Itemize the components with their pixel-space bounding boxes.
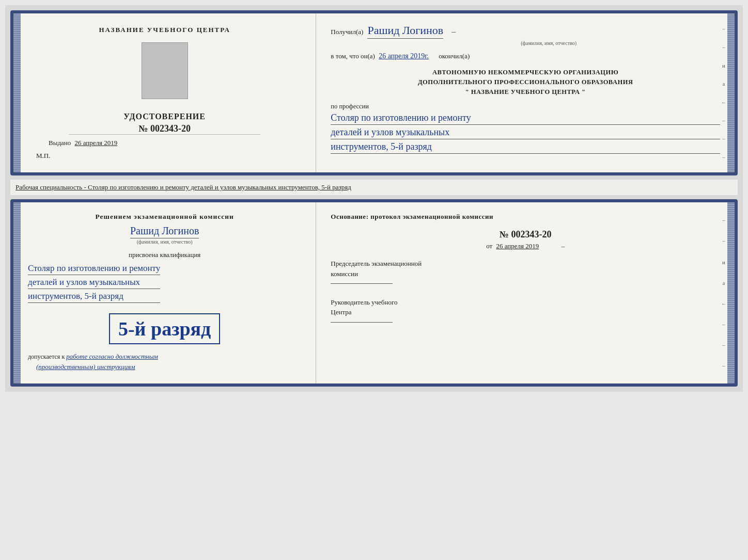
osnov-label: Основание: протокол экзаменационной коми…: [331, 213, 720, 221]
card2-right-panel: Основание: протокол экзаменационной коми…: [316, 202, 735, 383]
issued-line: Выдано 26 апреля 2019: [49, 139, 117, 147]
card1-right-panel: Получил(а) Рашид Логинов – (фамилия, имя…: [316, 13, 735, 172]
specialty-text-main: Рабочая специальность - Столяр по изгото…: [15, 183, 351, 191]
edge2-mark-1: –: [722, 217, 725, 223]
допускается-block: допускается к работе согласно должностны…: [28, 353, 158, 361]
cert-number-label: № 002343-20: [123, 123, 206, 134]
date-value: 26 апреля 2019г.: [379, 52, 429, 60]
photo-placeholder: [142, 42, 188, 99]
edge2-mark-8: –: [722, 363, 725, 369]
cert-type-block: УДОСТОВЕРЕНИЕ № 002343-20: [123, 104, 206, 134]
divider1: [69, 134, 260, 135]
edge-mark-6: –: [722, 118, 725, 123]
card2-name: Рашид Логинов: [130, 225, 199, 238]
chairman-block: Председатель экзаменационной комиссии: [331, 259, 720, 289]
edge-mark-8: –: [722, 154, 725, 160]
руководитель-block: Руководитель учебного Центра: [331, 297, 720, 328]
card2-prof-line1: Столяр по изготовлению и ремонту: [28, 263, 160, 275]
card2-left-panel: Решением экзаменационной комиссии Рашид …: [13, 202, 316, 383]
допускается-text: работе согласно должностным: [66, 353, 158, 360]
big-rank-text: 5-й разряд: [109, 313, 220, 344]
card2-prof-line3: инструментов, 5-й разряд: [28, 291, 160, 303]
from-date-line: от 26 апреля 2019 –: [331, 242, 720, 250]
right-edge-marks: – – и а ← – – –: [721, 13, 726, 172]
protocol-number: № 002343-20: [331, 229, 720, 240]
руководитель-label2: Центра: [331, 307, 720, 317]
card2-profession-block: Столяр по изготовлению и ремонту деталей…: [28, 263, 160, 305]
cert-type-label: УДОСТОВЕРЕНИЕ: [123, 112, 206, 121]
edge-mark-4: а: [723, 81, 725, 87]
org-block: АВТОНОМНУЮ НЕКОММЕРЧЕСКУЮ ОРГАНИЗАЦИЮ ДО…: [331, 68, 720, 97]
profession-line3: инструментов, 5-й разряд: [331, 141, 720, 154]
chairman-label: Председатель экзаменационной: [331, 259, 720, 269]
top-document-card: НАЗВАНИЕ УЧЕБНОГО ЦЕНТРА УДОСТОВЕРЕНИЕ №…: [10, 10, 738, 175]
bottom-document-card: Решением экзаменационной комиссии Рашид …: [10, 199, 738, 387]
issued-date: 26 апреля 2019: [75, 139, 118, 147]
date-line: в том, что он(а) 26 апреля 2019г. окончи…: [331, 52, 720, 60]
card2-name-subtitle: (фамилия, имя, отчество): [130, 239, 199, 245]
issued-label: Выдано: [49, 139, 71, 147]
separator-text: Рабочая специальность - Столяр по изгото…: [10, 180, 738, 195]
допускается-prefix: допускается к: [28, 353, 65, 360]
card1-center-title: НАЗВАНИЕ УЧЕБНОГО ЦЕНТРА: [99, 26, 230, 34]
edge2-mark-2: –: [722, 238, 725, 244]
mp-line: М.П.: [36, 152, 50, 160]
edge2-mark-6: –: [722, 322, 725, 327]
edge-mark-1: –: [722, 26, 725, 31]
profession-block: Столяр по изготовлению и ремонту деталей…: [331, 113, 720, 156]
name-subtitle: (фамилия, имя, отчество): [377, 40, 720, 46]
from-date-value: 26 апреля 2019: [496, 242, 539, 250]
profession-line2: деталей и узлов музыкальных: [331, 127, 720, 139]
edge2-mark-5: ←: [721, 301, 726, 307]
commission-text: Решением экзаменационной комиссии: [96, 213, 234, 221]
edge2-mark-4: а: [723, 280, 725, 286]
org-line2: ДОПОЛНИТЕЛЬНОГО ПРОФЕССИОНАЛЬНОГО ОБРАЗО…: [331, 77, 720, 87]
big-rank-box: 5-й разряд: [109, 310, 220, 347]
from-prefix: от: [486, 242, 492, 250]
right-texture-top: [727, 13, 735, 172]
edge-mark-3: и: [722, 62, 725, 69]
edge-mark-2: –: [722, 44, 725, 50]
right-texture-bottom: [727, 202, 735, 383]
recipient-name: Рашид Логинов: [367, 24, 443, 39]
руководитель-signature-line: [331, 322, 393, 323]
chairman-signature-line: [331, 283, 393, 284]
specialty-text-content: Рабочая специальность - Столяр по изгото…: [15, 183, 351, 191]
completed-label: окончил(а): [439, 52, 470, 60]
card2-name-block: Рашид Логинов (фамилия, имя, отчество): [130, 225, 199, 245]
edge2-mark-3: и: [722, 259, 725, 265]
edge2-mark-7: –: [722, 342, 725, 348]
profession-label: по профессии: [331, 103, 720, 110]
допускается-text2: (производственным) инструкциям: [36, 363, 135, 371]
chairman-label2: комиссии: [331, 269, 720, 279]
руководитель-label: Руководитель учебного: [331, 297, 720, 308]
org-line1: АВТОНОМНУЮ НЕКОММЕРЧЕСКУЮ ОРГАНИЗАЦИЮ: [331, 68, 720, 77]
card1-left-panel: НАЗВАНИЕ УЧЕБНОГО ЦЕНТРА УДОСТОВЕРЕНИЕ №…: [13, 13, 316, 172]
recipient-block: Получил(а) Рашид Логинов –: [331, 24, 720, 39]
qualification-label: присвоена квалификация: [129, 251, 200, 259]
profession-line1: Столяр по изготовлению и ремонту: [331, 113, 720, 125]
page-wrapper: НАЗВАНИЕ УЧЕБНОГО ЦЕНТРА УДОСТОВЕРЕНИЕ №…: [5, 5, 743, 392]
org-line3: " НАЗВАНИЕ УЧЕБНОГО ЦЕНТРА ": [331, 87, 720, 97]
date-prefix: в том, что он(а): [331, 52, 375, 60]
from-date-dash: –: [562, 242, 565, 250]
card2-right-edge-marks: – – и а ← – – –: [721, 202, 726, 383]
card2-prof-line2: деталей и узлов музыкальных: [28, 277, 160, 289]
received-label: Получил(а): [331, 28, 363, 36]
edge-mark-7: –: [722, 136, 725, 141]
edge-mark-5: ←: [721, 100, 726, 105]
